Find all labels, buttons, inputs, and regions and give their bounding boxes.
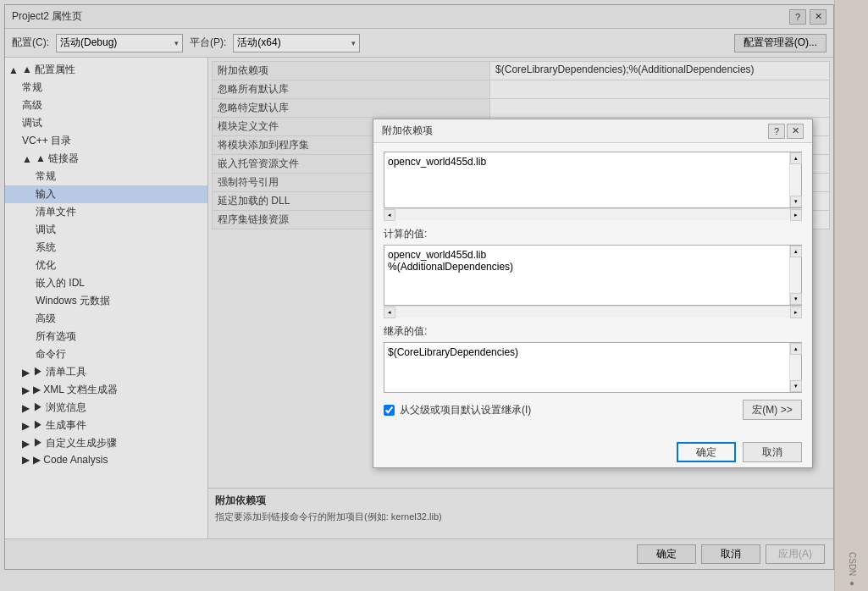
computed-h-track [395, 307, 790, 318]
dialog-title-buttons: ? ✕ [768, 124, 804, 139]
macro-button[interactable]: 宏(M) >> [743, 400, 802, 420]
input-hscrollbar[interactable]: ◂ ▸ [384, 208, 802, 220]
dialog-help-button[interactable]: ? [768, 124, 785, 139]
scroll-left-arrow[interactable]: ◂ [384, 209, 395, 221]
scroll-up-arrow[interactable]: ▴ [790, 152, 802, 164]
computed-text: opencv_world455d.lib%(AdditionalDependen… [384, 246, 789, 305]
input-textarea[interactable]: opencv_world455d.lib [384, 152, 789, 207]
computed-wrapper: opencv_world455d.lib%(AdditionalDependen… [384, 245, 802, 318]
input-wrapper: opencv_world455d.lib ▴ ▾ ◂ ▸ [384, 152, 802, 220]
input-vscrollbar[interactable]: ▴ ▾ [789, 152, 801, 207]
dialog-body: opencv_world455d.lib ▴ ▾ ◂ ▸ 计算的值: openc… [373, 143, 812, 437]
inherited-label: 继承的值: [384, 324, 802, 339]
inherited-vscrollbar[interactable]: ▴ ▾ [789, 343, 801, 392]
computed-scroll-up[interactable]: ▴ [790, 246, 802, 257]
dialog-cancel-button[interactable]: 取消 [743, 442, 802, 462]
scroll-right-arrow[interactable]: ▸ [790, 209, 802, 221]
computed-area-container: opencv_world455d.lib%(AdditionalDependen… [384, 245, 802, 306]
inherit-checkbox[interactable] [384, 405, 395, 416]
computed-scroll-right[interactable]: ▸ [790, 307, 802, 318]
computed-scroll-track [790, 257, 801, 293]
inherit-checkbox-label: 从父级或项目默认设置继承(I) [400, 403, 531, 417]
inherit-checkbox-row: 从父级或项目默认设置继承(I) 宏(M) >> [384, 400, 802, 420]
inherited-text: $(CoreLibraryDependencies) [384, 343, 789, 392]
computed-hscrollbar[interactable]: ◂ ▸ [384, 306, 802, 318]
dialog-footer: 确定 取消 [373, 437, 812, 467]
inherited-area-container: $(CoreLibraryDependencies) ▴ ▾ [384, 342, 802, 393]
additional-deps-dialog: 附加依赖项 ? ✕ opencv_world455d.lib ▴ ▾ ◂ ▸ [373, 119, 813, 468]
inherited-wrapper: $(CoreLibraryDependencies) ▴ ▾ [384, 342, 802, 393]
computed-scroll-left[interactable]: ◂ [384, 307, 395, 318]
computed-scroll-down[interactable]: ▾ [790, 293, 802, 305]
dialog-ok-button[interactable]: 确定 [677, 442, 736, 462]
computed-vscrollbar[interactable]: ▴ ▾ [789, 246, 801, 305]
dialog-title: 附加依赖项 [382, 124, 433, 138]
dialog-close-button[interactable]: ✕ [787, 124, 804, 139]
inherited-scroll-up[interactable]: ▴ [790, 343, 802, 355]
scroll-down-arrow[interactable]: ▾ [790, 196, 802, 207]
inherited-scroll-track [790, 355, 801, 380]
scroll-track [790, 164, 801, 196]
computed-label: 计算的值: [384, 227, 802, 241]
h-scroll-track [395, 209, 790, 220]
dialog-title-bar: 附加依赖项 ? ✕ [373, 119, 812, 143]
inherited-scroll-down[interactable]: ▾ [790, 380, 802, 392]
input-area-container: opencv_world455d.lib ▴ ▾ [384, 152, 802, 208]
